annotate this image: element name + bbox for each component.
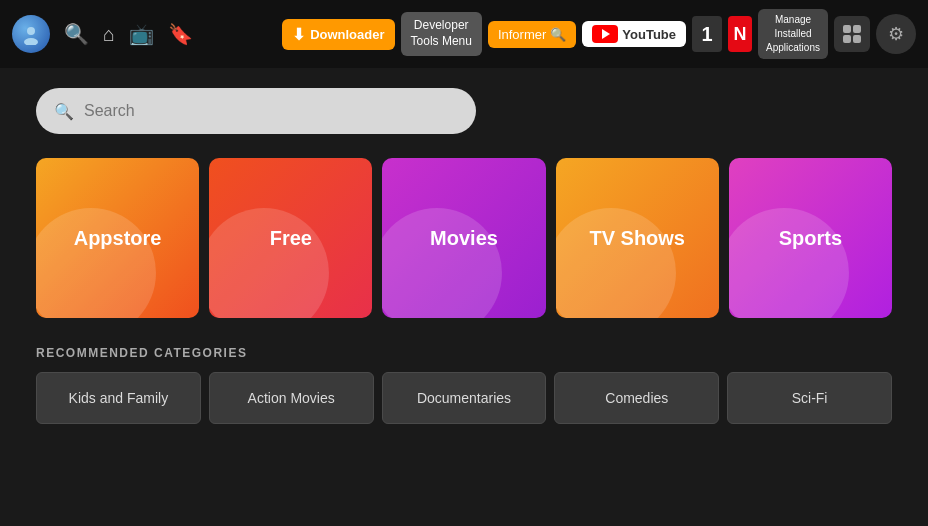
rec-cat-kids-label: Kids and Family xyxy=(69,390,169,406)
card-tvshows[interactable]: TV Shows xyxy=(556,158,719,318)
informer-button[interactable]: Informer 🔍 xyxy=(488,21,576,48)
avatar[interactable] xyxy=(12,15,50,53)
download-icon: ⬇ xyxy=(292,25,305,44)
card-movies[interactable]: Movies xyxy=(382,158,545,318)
devtools-button[interactable]: DeveloperTools Menu xyxy=(401,12,482,55)
informer-search-icon: 🔍 xyxy=(550,27,566,42)
tv-icon[interactable]: 📺 xyxy=(129,22,154,46)
bookmark-icon[interactable]: 🔖 xyxy=(168,22,193,46)
netflix-button[interactable]: N xyxy=(728,16,752,52)
rec-cat-action-label: Action Movies xyxy=(248,390,335,406)
category-cards: Appstore Free Movies TV Shows Sports xyxy=(36,158,892,318)
main-content: 🔍 Appstore Free Movies TV Shows Sports R… xyxy=(0,68,928,444)
rec-cat-docs-label: Documentaries xyxy=(417,390,511,406)
home-icon[interactable]: ⌂ xyxy=(103,23,115,46)
topbar-left: 🔍 ⌂ 📺 🔖 xyxy=(12,15,272,53)
youtube-button[interactable]: YouTube xyxy=(582,21,686,47)
grid-button[interactable] xyxy=(834,16,870,52)
card-movies-label: Movies xyxy=(430,227,498,250)
card-sports-label: Sports xyxy=(779,227,842,250)
youtube-logo xyxy=(592,25,618,43)
card-appstore[interactable]: Appstore xyxy=(36,158,199,318)
settings-icon: ⚙ xyxy=(888,23,904,45)
grid-icon xyxy=(843,25,861,43)
devtools-label: DeveloperTools Menu xyxy=(411,18,472,48)
search-container: 🔍 xyxy=(36,88,892,134)
rec-categories: Kids and Family Action Movies Documentar… xyxy=(36,372,892,424)
rec-cat-scifi[interactable]: Sci-Fi xyxy=(727,372,892,424)
rec-cat-comedies[interactable]: Comedies xyxy=(554,372,719,424)
rec-cat-kids[interactable]: Kids and Family xyxy=(36,372,201,424)
rec-cat-comedies-label: Comedies xyxy=(605,390,668,406)
search-bar: 🔍 xyxy=(36,88,476,134)
rec-cat-docs[interactable]: Documentaries xyxy=(382,372,547,424)
recommended-title: RECOMMENDED CATEGORIES xyxy=(36,346,892,360)
search-input[interactable] xyxy=(84,102,458,120)
netflix-label: N xyxy=(734,24,747,45)
topbar: 🔍 ⌂ 📺 🔖 ⬇ Downloader DeveloperTools Menu… xyxy=(0,0,928,68)
svg-point-0 xyxy=(27,27,35,35)
card-sports[interactable]: Sports xyxy=(729,158,892,318)
rec-cat-scifi-label: Sci-Fi xyxy=(792,390,828,406)
manage-button[interactable]: ManageInstalledApplications xyxy=(758,9,828,59)
card-free[interactable]: Free xyxy=(209,158,372,318)
downloader-label: Downloader xyxy=(310,27,384,42)
search-bar-icon: 🔍 xyxy=(54,102,74,121)
number-button[interactable]: 1 xyxy=(692,16,722,52)
settings-button[interactable]: ⚙ xyxy=(876,14,916,54)
rec-cat-action[interactable]: Action Movies xyxy=(209,372,374,424)
svg-point-1 xyxy=(24,38,38,45)
youtube-label: YouTube xyxy=(622,27,676,42)
card-free-label: Free xyxy=(270,227,312,250)
card-tvshows-label: TV Shows xyxy=(589,227,685,250)
downloader-button[interactable]: ⬇ Downloader xyxy=(282,19,394,50)
search-icon[interactable]: 🔍 xyxy=(64,22,89,46)
informer-label: Informer xyxy=(498,27,546,42)
number-label: 1 xyxy=(701,23,712,46)
youtube-play-icon xyxy=(602,29,610,39)
topbar-right: ⬇ Downloader DeveloperTools Menu Informe… xyxy=(282,9,916,59)
manage-label: ManageInstalledApplications xyxy=(766,14,820,53)
card-appstore-label: Appstore xyxy=(74,227,162,250)
recommended-section: RECOMMENDED CATEGORIES Kids and Family A… xyxy=(36,346,892,424)
